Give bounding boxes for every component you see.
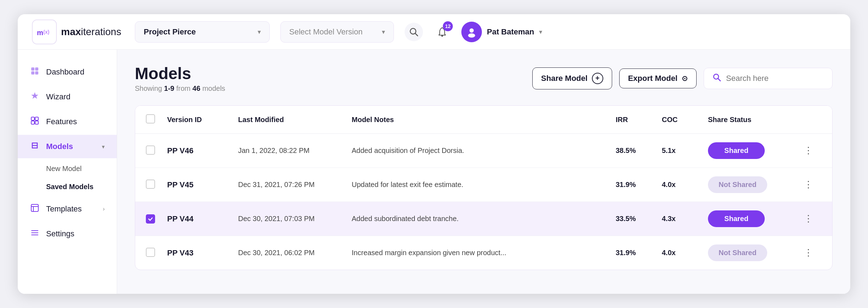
row-notes-ppv44: Added subordinated debt tranche. (352, 215, 616, 223)
title-area: Models Showing 1-9 from 46 models (135, 64, 225, 93)
sidebar-item-features[interactable]: Features (18, 110, 117, 133)
table-row: PP V46 Jan 1, 2022, 08:22 PM Added acqui… (135, 134, 832, 168)
sidebar-item-templates[interactable]: Templates › (18, 197, 117, 221)
user-chevron-icon: ▾ (539, 28, 542, 36)
row-status-ppv44[interactable]: Shared (708, 210, 800, 227)
row-coc-ppv46: 5.1x (662, 147, 708, 155)
sidebar-sub-new-model[interactable]: New Model (46, 160, 117, 178)
header-actions: Share Model + Export Model ⊙ (532, 67, 833, 89)
main-content: Models Showing 1-9 from 46 models Share … (117, 50, 850, 294)
export-model-label: Export Model (628, 74, 677, 83)
svg-line-3 (415, 33, 418, 36)
nav-right: 12 Pat Bateman ▾ (405, 22, 542, 42)
header-irr: IRR (616, 116, 662, 124)
version-selector[interactable]: Select Model Version ▾ (280, 21, 394, 43)
svg-rect-9 (31, 71, 34, 75)
header-last-modified: Last Modified (238, 116, 352, 124)
sidebar-item-models[interactable]: Models ▾ (18, 135, 117, 158)
row-checkbox-ppv44[interactable] (146, 214, 167, 224)
templates-chevron-icon: › (103, 206, 105, 212)
more-options-ppv45[interactable]: ⋮ (800, 178, 822, 192)
header-share-status: Share Status (708, 116, 800, 124)
row-checkbox-ppv45[interactable] (146, 180, 167, 190)
svg-rect-10 (35, 71, 38, 75)
more-options-ppv43[interactable]: ⋮ (800, 246, 822, 260)
more-options-ppv44[interactable]: ⋮ (800, 212, 822, 226)
svg-rect-7 (31, 67, 34, 71)
wizard-icon (30, 92, 40, 102)
table-row: PP V45 Dec 31, 2021, 07:26 PM Updated fo… (135, 168, 832, 202)
svg-rect-11 (31, 117, 34, 120)
row-irr-ppv43: 31.9% (616, 249, 662, 257)
row-version-id-ppv45: PP V45 (167, 180, 238, 189)
dashboard-label: Dashboard (46, 67, 84, 77)
models-label: Models (46, 142, 73, 151)
svg-rect-20 (31, 204, 38, 211)
svg-rect-8 (35, 67, 38, 71)
models-table: Version ID Last Modified Model Notes IRR… (135, 105, 833, 270)
features-icon (30, 116, 40, 127)
notifications-button[interactable]: 12 (433, 23, 451, 41)
header-model-notes: Model Notes (352, 116, 616, 124)
svg-rect-13 (31, 121, 34, 124)
sidebar-item-settings[interactable]: Settings (18, 222, 117, 246)
shared-badge-ppv44: Shared (708, 210, 765, 227)
row-date-ppv45: Dec 31, 2021, 07:26 PM (238, 181, 352, 189)
search-input[interactable] (726, 74, 824, 83)
sidebar-sub-saved-models[interactable]: Saved Models (46, 178, 117, 196)
share-model-button[interactable]: Share Model + (532, 67, 612, 89)
wizard-label: Wizard (46, 92, 70, 101)
row-date-ppv44: Dec 30, 2021, 07:03 PM (238, 215, 352, 223)
main-layout: Dashboard Wizard (18, 50, 850, 294)
search-button[interactable] (405, 23, 423, 41)
row-notes-ppv46: Added acquisition of Project Dorsia. (352, 147, 616, 155)
logo-text: maxiterations (61, 26, 121, 38)
features-label: Features (46, 117, 77, 126)
row-notes-ppv45: Updated for latest exit fee estimate. (352, 181, 616, 189)
sidebar-item-dashboard[interactable]: Dashboard (18, 60, 117, 84)
project-selector[interactable]: Project Pierce ▾ (135, 21, 270, 43)
svg-point-6 (468, 33, 475, 38)
row-version-id-ppv46: PP V46 (167, 146, 238, 155)
row-version-id-ppv44: PP V44 (167, 214, 238, 224)
svg-rect-12 (35, 117, 38, 120)
table-header: Version ID Last Modified Model Notes IRR… (135, 106, 832, 134)
row-notes-ppv43: Increased margin expansion given new pro… (352, 249, 616, 257)
more-options-ppv46[interactable]: ⋮ (800, 144, 822, 158)
share-model-label: Share Model (541, 74, 588, 83)
plus-circle-icon: + (592, 73, 603, 84)
user-menu[interactable]: Pat Bateman ▾ (461, 22, 542, 42)
sidebar-item-wizard[interactable]: Wizard (18, 85, 117, 109)
row-checkbox-ppv43[interactable] (146, 248, 167, 258)
row-status-ppv43[interactable]: Not Shared (708, 244, 800, 261)
project-chevron-icon: ▾ (258, 28, 261, 36)
header-version-id: Version ID (167, 116, 238, 124)
top-nav: m (x) maxiterations Project Pierce ▾ Sel… (18, 14, 850, 50)
templates-label: Templates (46, 204, 82, 214)
row-status-ppv45[interactable]: Not Shared (708, 176, 800, 193)
project-name: Project Pierce (144, 27, 252, 37)
shared-badge-ppv46: Shared (708, 142, 765, 159)
svg-rect-14 (35, 121, 38, 124)
notification-badge: 12 (443, 21, 453, 31)
content-header: Models Showing 1-9 from 46 models Share … (135, 64, 833, 93)
settings-icon (30, 229, 40, 239)
search-box-icon (713, 73, 721, 84)
user-name: Pat Bateman (487, 27, 534, 37)
row-version-id-ppv43: PP V43 (167, 248, 238, 258)
svg-point-5 (469, 28, 474, 33)
row-checkbox-ppv46[interactable] (146, 145, 167, 156)
row-irr-ppv44: 33.5% (616, 215, 662, 223)
not-shared-badge-ppv43: Not Shared (708, 244, 767, 261)
search-box[interactable] (704, 68, 833, 89)
logo-area: m (x) maxiterations (32, 20, 124, 44)
export-icon: ⊙ (682, 74, 688, 83)
export-model-button[interactable]: Export Model ⊙ (619, 68, 697, 88)
header-checkbox[interactable] (146, 114, 167, 125)
logo-icon: m (x) (32, 20, 57, 44)
table-row: PP V43 Dec 30, 2021, 06:02 PM Increased … (135, 236, 832, 270)
page-title: Models (135, 64, 225, 83)
row-status-ppv46[interactable]: Shared (708, 142, 800, 159)
models-submenu: New Model Saved Models (18, 160, 117, 196)
models-icon (30, 141, 40, 152)
